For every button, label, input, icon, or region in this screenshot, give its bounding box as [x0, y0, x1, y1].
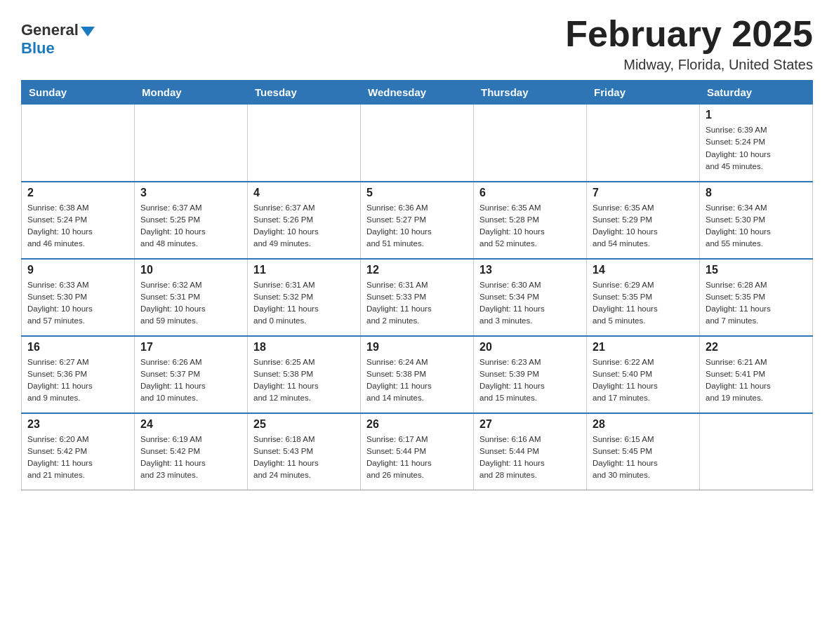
- day-info: Sunrise: 6:32 AM Sunset: 5:31 PM Dayligh…: [140, 279, 241, 328]
- calendar-day-cell: 16Sunrise: 6:27 AM Sunset: 5:36 PM Dayli…: [22, 336, 135, 413]
- location-subtitle: Midway, Florida, United States: [565, 57, 813, 73]
- calendar-week-row: 23Sunrise: 6:20 AM Sunset: 5:42 PM Dayli…: [22, 413, 813, 490]
- day-number: 21: [593, 341, 694, 354]
- day-info: Sunrise: 6:23 AM Sunset: 5:39 PM Dayligh…: [479, 356, 581, 405]
- day-number: 11: [253, 264, 355, 276]
- day-number: 5: [366, 187, 468, 199]
- day-info: Sunrise: 6:26 AM Sunset: 5:37 PM Dayligh…: [140, 356, 241, 405]
- day-number: 25: [253, 418, 355, 431]
- day-info: Sunrise: 6:27 AM Sunset: 5:36 PM Dayligh…: [27, 356, 128, 405]
- day-info: Sunrise: 6:34 AM Sunset: 5:30 PM Dayligh…: [706, 202, 807, 250]
- day-info: Sunrise: 6:37 AM Sunset: 5:25 PM Dayligh…: [140, 202, 241, 250]
- calendar-week-row: 9Sunrise: 6:33 AM Sunset: 5:30 PM Daylig…: [22, 259, 813, 336]
- day-info: Sunrise: 6:30 AM Sunset: 5:34 PM Dayligh…: [479, 279, 581, 328]
- calendar-day-cell: 10Sunrise: 6:32 AM Sunset: 5:31 PM Dayli…: [135, 259, 248, 336]
- day-number: 13: [479, 264, 581, 276]
- day-info: Sunrise: 6:17 AM Sunset: 5:44 PM Dayligh…: [366, 434, 468, 482]
- day-info: Sunrise: 6:19 AM Sunset: 5:42 PM Dayligh…: [140, 434, 241, 482]
- day-number: 23: [27, 418, 128, 431]
- weekday-header-friday: Friday: [587, 81, 700, 105]
- calendar-day-cell: [22, 105, 135, 182]
- calendar-day-cell: 17Sunrise: 6:26 AM Sunset: 5:37 PM Dayli…: [135, 336, 248, 413]
- calendar-day-cell: 18Sunrise: 6:25 AM Sunset: 5:38 PM Dayli…: [248, 336, 361, 413]
- calendar-day-cell: [135, 105, 248, 182]
- day-number: 17: [140, 341, 241, 354]
- calendar-day-cell: 3Sunrise: 6:37 AM Sunset: 5:25 PM Daylig…: [135, 182, 248, 259]
- calendar-day-cell: 9Sunrise: 6:33 AM Sunset: 5:30 PM Daylig…: [22, 259, 135, 336]
- weekday-header-row: SundayMondayTuesdayWednesdayThursdayFrid…: [22, 81, 813, 105]
- day-number: 2: [27, 187, 128, 199]
- day-number: 28: [593, 418, 694, 431]
- day-info: Sunrise: 6:39 AM Sunset: 5:24 PM Dayligh…: [706, 124, 807, 173]
- calendar-day-cell: 21Sunrise: 6:22 AM Sunset: 5:40 PM Dayli…: [587, 336, 700, 413]
- page-header: General Blue February 2025 Midway, Flori…: [21, 14, 813, 73]
- day-info: Sunrise: 6:29 AM Sunset: 5:35 PM Dayligh…: [593, 279, 694, 328]
- day-info: Sunrise: 6:35 AM Sunset: 5:29 PM Dayligh…: [593, 202, 694, 250]
- calendar-day-cell: 19Sunrise: 6:24 AM Sunset: 5:38 PM Dayli…: [361, 336, 474, 413]
- day-info: Sunrise: 6:36 AM Sunset: 5:27 PM Dayligh…: [366, 202, 468, 250]
- day-number: 8: [706, 187, 807, 199]
- logo-general-text: General: [21, 21, 79, 39]
- day-number: 12: [366, 264, 468, 276]
- day-info: Sunrise: 6:20 AM Sunset: 5:42 PM Dayligh…: [27, 434, 128, 482]
- calendar-day-cell: 20Sunrise: 6:23 AM Sunset: 5:39 PM Dayli…: [474, 336, 587, 413]
- day-number: 6: [479, 187, 581, 199]
- day-info: Sunrise: 6:24 AM Sunset: 5:38 PM Dayligh…: [366, 356, 468, 405]
- calendar-week-row: 16Sunrise: 6:27 AM Sunset: 5:36 PM Dayli…: [22, 336, 813, 413]
- calendar-week-row: 2Sunrise: 6:38 AM Sunset: 5:24 PM Daylig…: [22, 182, 813, 259]
- day-number: 16: [27, 341, 128, 354]
- day-number: 9: [27, 264, 128, 276]
- logo-blue-text: Blue: [21, 39, 55, 58]
- logo-arrow-icon: [81, 27, 95, 36]
- day-info: Sunrise: 6:28 AM Sunset: 5:35 PM Dayligh…: [706, 279, 807, 328]
- day-info: Sunrise: 6:38 AM Sunset: 5:24 PM Dayligh…: [27, 202, 128, 250]
- calendar-table: SundayMondayTuesdayWednesdayThursdayFrid…: [21, 80, 813, 490]
- day-info: Sunrise: 6:18 AM Sunset: 5:43 PM Dayligh…: [253, 434, 355, 482]
- calendar-day-cell: 25Sunrise: 6:18 AM Sunset: 5:43 PM Dayli…: [248, 413, 361, 490]
- day-number: 27: [479, 418, 581, 431]
- calendar-day-cell: 23Sunrise: 6:20 AM Sunset: 5:42 PM Dayli…: [22, 413, 135, 490]
- weekday-header-wednesday: Wednesday: [361, 81, 474, 105]
- weekday-header-tuesday: Tuesday: [248, 81, 361, 105]
- day-info: Sunrise: 6:31 AM Sunset: 5:32 PM Dayligh…: [253, 279, 355, 328]
- day-info: Sunrise: 6:25 AM Sunset: 5:38 PM Dayligh…: [253, 356, 355, 405]
- day-number: 20: [479, 341, 581, 354]
- day-info: Sunrise: 6:31 AM Sunset: 5:33 PM Dayligh…: [366, 279, 468, 328]
- day-number: 10: [140, 264, 241, 276]
- day-info: Sunrise: 6:33 AM Sunset: 5:30 PM Dayligh…: [27, 279, 128, 328]
- day-number: 19: [366, 341, 468, 354]
- calendar-day-cell: 5Sunrise: 6:36 AM Sunset: 5:27 PM Daylig…: [361, 182, 474, 259]
- day-info: Sunrise: 6:15 AM Sunset: 5:45 PM Dayligh…: [593, 434, 694, 482]
- calendar-day-cell: 8Sunrise: 6:34 AM Sunset: 5:30 PM Daylig…: [700, 182, 813, 259]
- day-info: Sunrise: 6:16 AM Sunset: 5:44 PM Dayligh…: [479, 434, 581, 482]
- month-title: February 2025: [565, 14, 813, 54]
- day-number: 22: [706, 341, 807, 354]
- calendar-day-cell: 24Sunrise: 6:19 AM Sunset: 5:42 PM Dayli…: [135, 413, 248, 490]
- calendar-day-cell: 2Sunrise: 6:38 AM Sunset: 5:24 PM Daylig…: [22, 182, 135, 259]
- day-number: 14: [593, 264, 694, 276]
- calendar-day-cell: 22Sunrise: 6:21 AM Sunset: 5:41 PM Dayli…: [700, 336, 813, 413]
- calendar-day-cell: 28Sunrise: 6:15 AM Sunset: 5:45 PM Dayli…: [587, 413, 700, 490]
- day-info: Sunrise: 6:21 AM Sunset: 5:41 PM Dayligh…: [706, 356, 807, 405]
- calendar-day-cell: [474, 105, 587, 182]
- day-number: 24: [140, 418, 241, 431]
- calendar-day-cell: 13Sunrise: 6:30 AM Sunset: 5:34 PM Dayli…: [474, 259, 587, 336]
- title-section: February 2025 Midway, Florida, United St…: [565, 14, 813, 73]
- calendar-day-cell: [700, 413, 813, 490]
- weekday-header-thursday: Thursday: [474, 81, 587, 105]
- calendar-day-cell: 11Sunrise: 6:31 AM Sunset: 5:32 PM Dayli…: [248, 259, 361, 336]
- calendar-day-cell: 6Sunrise: 6:35 AM Sunset: 5:28 PM Daylig…: [474, 182, 587, 259]
- calendar-day-cell: 15Sunrise: 6:28 AM Sunset: 5:35 PM Dayli…: [700, 259, 813, 336]
- day-number: 18: [253, 341, 355, 354]
- day-number: 7: [593, 187, 694, 199]
- day-number: 3: [140, 187, 241, 199]
- calendar-day-cell: 14Sunrise: 6:29 AM Sunset: 5:35 PM Dayli…: [587, 259, 700, 336]
- logo: General Blue: [21, 21, 95, 58]
- day-number: 26: [366, 418, 468, 431]
- calendar-day-cell: [587, 105, 700, 182]
- weekday-header-sunday: Sunday: [22, 81, 135, 105]
- calendar-day-cell: 1Sunrise: 6:39 AM Sunset: 5:24 PM Daylig…: [700, 105, 813, 182]
- calendar-day-cell: 12Sunrise: 6:31 AM Sunset: 5:33 PM Dayli…: [361, 259, 474, 336]
- calendar-day-cell: [361, 105, 474, 182]
- day-number: 15: [706, 264, 807, 276]
